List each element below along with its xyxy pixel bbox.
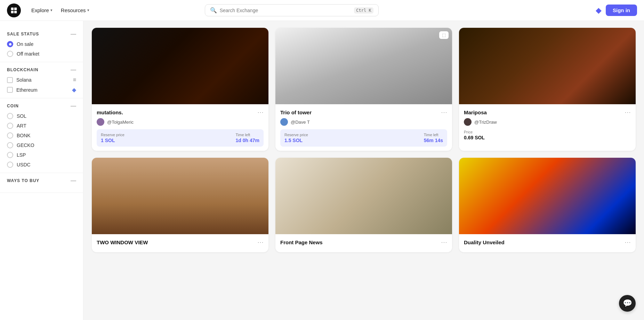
ways-to-buy-header: WAYS TO BUY — (7, 178, 76, 183)
nft-menu-twowindow[interactable]: ⋯ (257, 238, 264, 246)
nft-author-trio: @Dave T (280, 118, 447, 126)
lsp-label: LSP (17, 152, 26, 158)
navbar: Explore ▾ Resources ▾ 🔍 Ctrl K ◆ Sign in (0, 0, 644, 21)
nft-image-twowindow[interactable] (92, 158, 268, 234)
reserve-col-trio: Reserve price 1.5 SOL (284, 133, 308, 143)
nft-title-trio: Trio of tower (280, 109, 312, 115)
nft-title-row-duality: Duality Unveiled ⋯ (464, 238, 631, 246)
time-value-trio: 56m 14s (424, 138, 443, 143)
reserve-value-trio: 1.5 SOL (284, 138, 308, 143)
resources-nav[interactable]: Resources ▾ (57, 5, 93, 15)
bonk-radio[interactable]: BONK (7, 132, 76, 139)
nft-image-trio[interactable]: ⬚ (275, 28, 452, 104)
sol-circle (7, 113, 13, 119)
nft-title-row-mariposa: Mariposa ⋯ (464, 108, 631, 116)
trio-badge: ⬚ (439, 31, 449, 39)
coin-collapse[interactable]: — (71, 103, 76, 109)
nft-info-mariposa: Mariposa ⋯ @TrizDraw Price 0.69 SOL (459, 104, 636, 145)
reserve-label-trio: Reserve price (284, 133, 308, 137)
nft-image-frontpage[interactable] (275, 158, 452, 234)
price-label-mariposa: Price (464, 130, 631, 134)
bonk-label: BONK (17, 133, 31, 138)
sol-label: SOL (17, 113, 26, 119)
nft-price-row-trio: Reserve price 1.5 SOL Time left 56m 14s (284, 133, 443, 143)
author-avatar-trio (280, 118, 288, 126)
nft-card-twowindow: TWO WINDOW VIEW ⋯ (92, 158, 268, 252)
ways-to-buy-section: WAYS TO BUY — (0, 173, 83, 193)
nft-info-twowindow: TWO WINDOW VIEW ⋯ (92, 234, 268, 252)
usdc-radio[interactable]: USDC (7, 162, 76, 168)
on-sale-radio-circle (7, 41, 13, 47)
nft-card-trio: ⬚ Trio of tower ⋯ @Dave T Reserve (275, 28, 452, 151)
resources-label: Resources (61, 7, 86, 13)
usdc-circle (7, 162, 13, 168)
nft-title-mariposa: Mariposa (464, 109, 487, 115)
sale-status-collapse[interactable]: — (71, 31, 76, 37)
coin-header: COIN — (7, 103, 76, 109)
art-label: ART (17, 123, 26, 129)
nft-title-duality: Duality Unveiled (464, 239, 505, 245)
nft-title-row-frontpage: Front Page News ⋯ (280, 238, 447, 246)
nft-author-mutations: @TolgaMeric (97, 118, 264, 126)
search-kbd: Ctrl K (354, 7, 373, 14)
lsp-circle (7, 152, 13, 158)
nft-card-frontpage: Front Page News ⋯ (275, 158, 452, 252)
ethereum-label: Ethereum (16, 87, 38, 93)
nav-right: ◆ Sign in (596, 5, 637, 16)
sol-radio[interactable]: SOL (7, 113, 76, 119)
sidebar: SALE STATUS — On sale Off market BLOCKCH… (0, 21, 83, 320)
main-content: mutations. ⋯ @TolgaMeric Reserve price 1… (83, 21, 644, 320)
search-bar[interactable]: 🔍 Ctrl K (205, 4, 379, 16)
nft-card-mutations: mutations. ⋯ @TolgaMeric Reserve price 1… (92, 28, 268, 151)
search-input[interactable] (220, 8, 352, 13)
svg-rect-3 (14, 10, 17, 13)
lsp-radio[interactable]: LSP (7, 152, 76, 158)
explore-nav[interactable]: Explore ▾ (28, 5, 56, 15)
nft-menu-frontpage[interactable]: ⋯ (441, 238, 447, 246)
sign-in-button[interactable]: Sign in (606, 5, 637, 16)
nft-menu-duality[interactable]: ⋯ (625, 238, 631, 246)
on-sale-radio[interactable]: On sale (7, 41, 76, 47)
author-name-mutations: @TolgaMeric (107, 120, 134, 125)
gecko-radio[interactable]: GECKO (7, 142, 76, 148)
blockchain-header: BLOCKCHAIN — (7, 67, 76, 73)
svg-rect-0 (11, 7, 14, 10)
off-market-radio[interactable]: Off market (7, 51, 76, 57)
solana-checkbox-sq (7, 77, 13, 83)
blockchain-collapse[interactable]: — (71, 67, 76, 73)
nft-author-mariposa: @TrizDraw (464, 118, 631, 126)
nft-price-row-mutations: Reserve price 1 SOL Time left 1d 0h 47m (101, 133, 259, 143)
nft-menu-mariposa[interactable]: ⋯ (625, 108, 631, 116)
nft-price-mutations: Reserve price 1 SOL Time left 1d 0h 47m (97, 129, 264, 147)
nft-image-mutations[interactable] (92, 28, 268, 104)
nft-title-row-mutations: mutations. ⋯ (97, 108, 264, 116)
nft-menu-mutations[interactable]: ⋯ (257, 108, 264, 116)
resources-chevron: ▾ (87, 8, 89, 13)
nft-menu-trio[interactable]: ⋯ (441, 108, 447, 116)
blockchain-options: Solana ≡ Ethereum ◆ (7, 77, 76, 93)
chat-bubble[interactable]: 💬 (619, 295, 636, 312)
sale-status-title: SALE STATUS (7, 32, 39, 36)
ethereum-checkbox-sq (7, 87, 13, 93)
time-label-trio: Time left (424, 133, 443, 137)
bonk-circle (7, 132, 13, 139)
nft-title-twowindow: TWO WINDOW VIEW (97, 239, 148, 245)
nft-title-mutations: mutations. (97, 109, 123, 115)
author-avatar-mutations (97, 118, 104, 126)
author-avatar-mariposa (464, 118, 472, 126)
nft-image-mariposa[interactable] (459, 28, 636, 104)
reserve-col-mutations: Reserve price 1 SOL (101, 133, 124, 143)
chat-icon: 💬 (623, 299, 632, 308)
solana-item: Solana ≡ (7, 77, 76, 83)
logo[interactable] (7, 3, 21, 17)
price-value-mariposa: 0.69 SOL (464, 135, 631, 140)
nft-title-frontpage: Front Page News (280, 239, 323, 245)
svg-rect-2 (11, 10, 14, 13)
ethereum-checkbox[interactable]: Ethereum (7, 87, 38, 93)
solana-checkbox[interactable]: Solana (7, 77, 32, 83)
nft-image-duality[interactable] (459, 158, 636, 234)
reserve-label-mutations: Reserve price (101, 133, 124, 137)
ways-to-buy-collapse[interactable]: — (71, 178, 76, 183)
time-label-mutations: Time left (236, 133, 259, 137)
art-radio[interactable]: ART (7, 123, 76, 129)
